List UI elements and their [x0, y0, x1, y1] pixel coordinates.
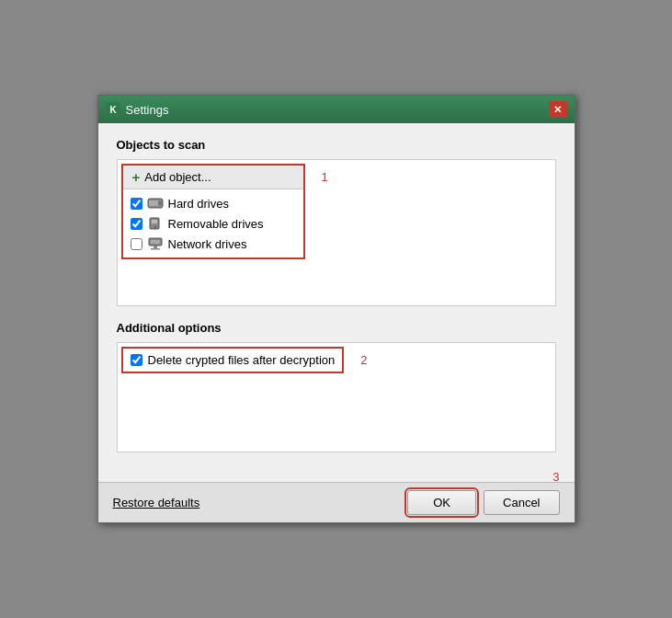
add-object-button[interactable]: + Add object...: [123, 166, 303, 189]
network-drive-icon: [147, 236, 164, 251]
hard-drives-checkbox[interactable]: [131, 198, 142, 210]
drive-list: Hard drives Removable d: [123, 189, 303, 258]
removable-drives-item: Removable drives: [129, 213, 298, 234]
title-bar: K Settings ✕: [98, 96, 575, 123]
svg-rect-7: [152, 220, 157, 223]
annotation-2: 2: [360, 347, 367, 370]
window-body: Objects to scan + Add object...: [98, 123, 575, 482]
svg-rect-12: [151, 248, 160, 250]
window-title: Settings: [126, 103, 169, 117]
annotation-1: 1: [322, 164, 328, 187]
scan-box: + Add object...: [117, 159, 556, 306]
footer: Restore defaults 3 OK Cancel: [98, 482, 575, 522]
add-object-label: Add object...: [144, 170, 211, 184]
hard-drives-label: Hard drives: [168, 197, 229, 211]
objects-inner-box: + Add object...: [121, 164, 305, 259]
svg-text:K: K: [109, 105, 117, 115]
hard-drives-item: Hard drives: [129, 193, 298, 213]
delete-crypted-label: Delete crypted files after decryption: [148, 353, 336, 367]
close-button[interactable]: ✕: [549, 101, 567, 118]
objects-to-scan-title: Objects to scan: [117, 138, 556, 152]
delete-option: Delete crypted files after decryption: [131, 353, 336, 367]
delete-crypted-checkbox[interactable]: [131, 354, 142, 366]
network-drives-checkbox[interactable]: [131, 238, 142, 250]
additional-options-title: Additional options: [117, 321, 556, 335]
network-drives-label: Network drives: [168, 237, 247, 251]
plus-icon: +: [132, 170, 141, 184]
removable-drive-icon: [147, 216, 164, 231]
additional-box: Delete crypted files after decryption 2: [117, 342, 556, 452]
svg-rect-11: [154, 246, 157, 248]
annotation-3: 3: [552, 470, 559, 484]
footer-buttons: 3 OK Cancel: [407, 490, 559, 515]
restore-defaults-button[interactable]: Restore defaults: [113, 496, 200, 509]
additional-inner-box: Delete crypted files after decryption: [121, 347, 345, 373]
svg-point-8: [154, 226, 156, 229]
svg-rect-3: [149, 200, 158, 206]
svg-rect-10: [151, 240, 160, 244]
title-bar-left: K Settings: [106, 102, 169, 117]
kaspersky-icon: K: [106, 102, 120, 117]
cancel-button[interactable]: Cancel: [484, 490, 559, 515]
svg-point-5: [159, 202, 161, 204]
scan-area: + Add object...: [121, 164, 552, 259]
network-drives-item: Network drives: [129, 234, 298, 254]
removable-drives-checkbox[interactable]: [131, 218, 142, 230]
hard-drive-icon: [147, 196, 164, 211]
ok-button[interactable]: OK: [407, 490, 476, 515]
additional-area: Delete crypted files after decryption 2: [121, 347, 552, 373]
settings-window: K Settings ✕ Objects to scan + Add objec…: [97, 95, 575, 523]
removable-drives-label: Removable drives: [168, 217, 264, 231]
